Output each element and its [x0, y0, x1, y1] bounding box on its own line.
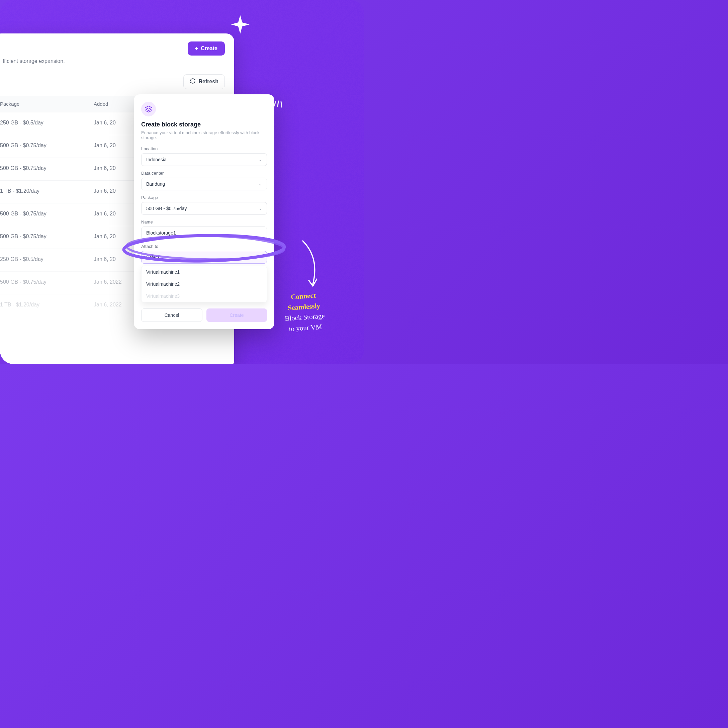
dropdown-option[interactable]: Virtualmachine2 — [142, 278, 267, 290]
refresh-button-label: Refresh — [199, 79, 219, 85]
svg-line-2 — [281, 102, 282, 107]
name-input[interactable]: Blockstorage1 — [141, 226, 267, 239]
annotation-text: Connect Seamlessly Block Storage to your… — [283, 290, 326, 335]
dropdown-option[interactable]: Virtualmachine1 — [142, 266, 267, 278]
sparkle-decoration — [231, 15, 249, 34]
package-select[interactable]: 500 GB - $0.75/day ⌄ — [141, 202, 267, 215]
modal-description: Enhance your virtual machine's storage e… — [141, 130, 267, 140]
package-label: Package — [141, 195, 267, 200]
attach-label: Attach to — [141, 244, 267, 249]
refresh-button[interactable]: Refresh — [184, 74, 225, 89]
datacenter-value: Bandung — [146, 181, 165, 187]
attach-placeholder: Select — [146, 255, 159, 260]
modal-title: Create block storage — [141, 121, 267, 128]
name-value: Blockstorage1 — [146, 230, 176, 236]
dropdown-option[interactable]: Virtualmachine3 — [142, 290, 267, 302]
cell-package: 500 GB - $0.75/day — [0, 234, 94, 241]
chevron-down-icon: ⌄ — [258, 206, 262, 211]
name-label: Name — [141, 219, 267, 225]
cell-package: 500 GB - $0.75/day — [0, 142, 94, 150]
cell-package: 500 GB - $0.75/day — [0, 211, 94, 219]
plus-icon: + — [195, 46, 198, 52]
location-select[interactable]: Indonesia ⌄ — [141, 153, 267, 166]
refresh-icon — [190, 78, 196, 85]
modal-create-button[interactable]: Create — [206, 309, 267, 322]
panel-subtitle: fficient storage expansion. — [3, 58, 225, 64]
create-button-label: Create — [201, 46, 217, 52]
location-label: Location — [141, 146, 267, 151]
arrow-decoration — [296, 237, 326, 294]
col-package: Package — [0, 101, 94, 107]
cell-package: 250 GB - $0.5/day — [0, 120, 94, 127]
cell-package: 500 GB - $0.75/day — [0, 279, 94, 287]
svg-marker-3 — [145, 106, 151, 109]
datacenter-select[interactable]: Bandung ⌄ — [141, 177, 267, 190]
svg-line-1 — [278, 101, 278, 106]
cell-package: 1 TB - $1.20/day — [0, 188, 94, 196]
layers-icon — [141, 102, 156, 116]
attach-dropdown: Virtualmachine1 Virtualmachine2 Virtualm… — [141, 266, 267, 303]
cell-package: 1 TB - $1.20/day — [0, 302, 94, 309]
chevron-up-icon: ⌃ — [258, 255, 262, 260]
cell-package: 500 GB - $0.75/day — [0, 165, 94, 173]
create-button[interactable]: + Create — [188, 41, 225, 55]
attach-select[interactable]: Select ⌃ — [141, 251, 267, 264]
location-value: Indonesia — [146, 157, 167, 162]
create-block-storage-modal: Create block storage Enhance your virtua… — [134, 94, 274, 329]
cancel-button[interactable]: Cancel — [141, 309, 202, 322]
chevron-down-icon: ⌄ — [258, 157, 262, 162]
package-value: 500 GB - $0.75/day — [146, 206, 187, 211]
datacenter-label: Data center — [141, 171, 267, 176]
chevron-down-icon: ⌄ — [258, 182, 262, 187]
cell-package: 250 GB - $0.5/day — [0, 256, 94, 264]
